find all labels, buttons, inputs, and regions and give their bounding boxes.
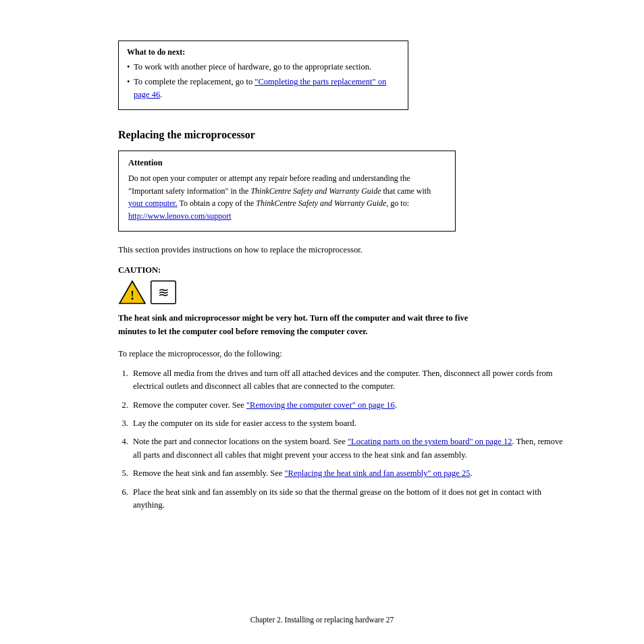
step-4-text-before: Note the part and connector locations on…: [133, 437, 348, 446]
locating-parts-link[interactable]: "Locating parts on the system board" on …: [348, 437, 512, 446]
step-4: Note the part and connector locations on…: [130, 435, 563, 462]
section-intro: This section provides instructions on ho…: [118, 244, 563, 257]
step-6-text: Place the heat sink and fan assembly on …: [133, 487, 541, 510]
list-item-text-before: To complete the replacement, go to: [134, 77, 254, 86]
what-to-do-title: What to do next:: [127, 47, 185, 57]
caution-warning-icon: !: [118, 279, 146, 305]
step-3-text: Lay the computer on its side for easier …: [133, 419, 356, 428]
svg-text:≋: ≋: [158, 285, 169, 300]
svg-text:!: !: [130, 289, 134, 302]
step-2-text-after: .: [395, 400, 397, 410]
attention-link-computer[interactable]: your computer.: [128, 198, 178, 208]
list-item: To work with another piece of hardware, …: [127, 61, 400, 74]
step-1-text: Remove all media from the drives and tur…: [133, 369, 553, 391]
caution-heat-icon: ≋: [151, 279, 176, 305]
heat-sink-link[interactable]: "Replacing the heat sink and fan assembl…: [284, 468, 470, 478]
step-5: Remove the heat sink and fan assembly. S…: [130, 467, 563, 480]
caution-text: The heat sink and microprocessor might b…: [118, 312, 496, 338]
step-1: Remove all media from the drives and tur…: [130, 367, 563, 394]
caution-icons: ! ≋: [118, 279, 563, 305]
computer-cover-link[interactable]: "Removing the computer cover" on page 16: [246, 400, 395, 410]
step-5-text-before: Remove the heat sink and fan assembly. S…: [133, 468, 284, 478]
step-2: Remove the computer cover. See "Removing…: [130, 399, 563, 412]
replace-intro: To replace the microprocessor, do the fo…: [118, 348, 563, 360]
attention-body: Do not open your computer or attempt any…: [128, 172, 446, 222]
section-title: Replacing the microprocessor: [118, 129, 563, 141]
step-6: Place the heat sink and fan assembly on …: [130, 486, 563, 512]
caution-section: CAUTION: ! ≋ The heat sink and microproc…: [118, 265, 563, 338]
page-footer: Chapter 2. Installing or replacing hardw…: [0, 616, 644, 624]
step-3: Lay the computer on its side for easier …: [130, 417, 563, 430]
list-item-text-after: .: [160, 90, 162, 99]
attention-title: Attention: [128, 158, 446, 168]
list-item-text: To work with another piece of hardware, …: [134, 62, 371, 72]
steps-list: Remove all media from the drives and tur…: [130, 367, 563, 512]
step-5-text-after: .: [471, 468, 473, 478]
step-2-text-before: Remove the computer cover. See: [133, 400, 246, 410]
list-item: To complete the replacement, go to "Comp…: [127, 76, 400, 101]
what-to-do-list: To work with another piece of hardware, …: [127, 61, 400, 101]
caution-label: CAUTION:: [118, 265, 563, 275]
attention-box: Attention Do not open your computer or a…: [118, 151, 456, 231]
attention-link-support[interactable]: http://www.lenovo.com/support: [128, 211, 232, 221]
footer-text: Chapter 2. Installing or replacing hardw…: [250, 616, 394, 624]
what-to-do-box: What to do next: To work with another pi…: [118, 41, 408, 110]
